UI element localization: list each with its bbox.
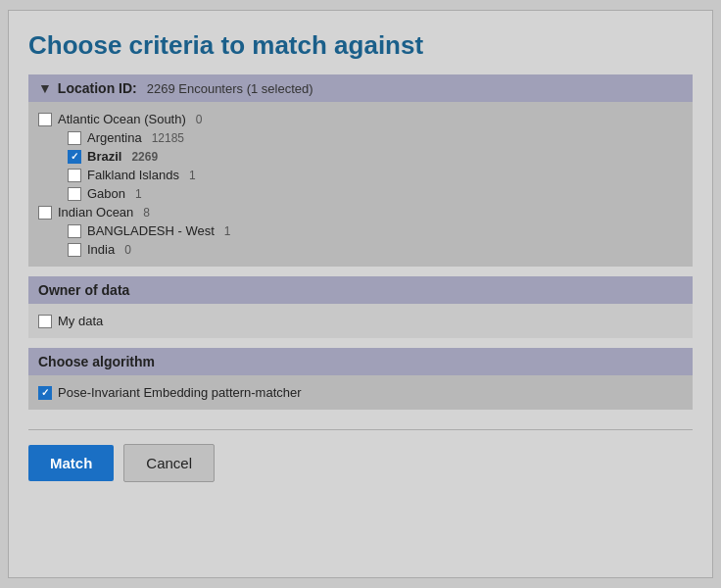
tree-item-gabon[interactable]: Gabon 1 (38, 184, 683, 203)
algorithm-area: Pose-Invariant Embedding pattern-matcher (28, 375, 693, 410)
tree-item-count: 8 (143, 206, 150, 220)
location-count: 2269 Encounters (1 selected) (147, 81, 313, 96)
tree-item-count: 2269 (131, 150, 158, 164)
checkbox-bangladesh-west[interactable] (68, 224, 81, 238)
location-section-header[interactable]: ▼ Location ID: 2269 Encounters (1 select… (28, 74, 693, 102)
tree-item-falkland-islands[interactable]: Falkland Islands 1 (38, 166, 683, 184)
tree-item-label: BANGLADESH - West (87, 223, 215, 238)
checkbox-my-data[interactable] (38, 315, 52, 328)
algorithm-section: Choose algorithm Pose-Invariant Embeddin… (28, 348, 693, 410)
tree-item-bangladesh-west[interactable]: BANGLADESH - West 1 (38, 221, 683, 240)
tree-item-count: 12185 (152, 131, 184, 145)
tree-item-label: Brazil (87, 149, 121, 164)
tree-item-count: 1 (135, 187, 142, 201)
tree-item-label: Argentina (87, 130, 142, 145)
tree-item-label: Indian Ocean (58, 205, 133, 220)
owner-item-label: My data (58, 314, 103, 328)
cancel-button[interactable]: Cancel (123, 444, 215, 482)
tree-item-count: 0 (124, 243, 131, 257)
dialog-title: Choose criteria to match against (28, 30, 693, 61)
dialog: Choose criteria to match against ▼ Locat… (8, 10, 713, 578)
owner-section: Owner of data My data (28, 276, 693, 338)
location-tree: Atlantic Ocean (South) 0 Argentina 12185… (28, 102, 693, 267)
owner-item-my-data[interactable]: My data (38, 312, 683, 330)
tree-item-label: India (87, 242, 115, 257)
owner-label: Owner of data (38, 282, 129, 298)
tree-item-label: Atlantic Ocean (South) (58, 112, 186, 126)
algorithm-section-header: Choose algorithm (28, 348, 693, 375)
tree-item-count: 0 (196, 113, 203, 126)
checkbox-brazil[interactable] (68, 150, 81, 164)
match-button[interactable]: Match (28, 445, 114, 481)
owner-area: My data (28, 304, 693, 338)
tree-item-brazil[interactable]: Brazil 2269 (38, 147, 683, 166)
algorithm-item-pose-invariant[interactable]: Pose-Invariant Embedding pattern-matcher (38, 383, 683, 402)
chevron-down-icon: ▼ (38, 80, 52, 96)
checkbox-indian-ocean[interactable] (38, 206, 52, 220)
algorithm-label: Choose algorithm (38, 354, 155, 369)
owner-section-header: Owner of data (28, 276, 693, 304)
tree-item-india[interactable]: India 0 (38, 240, 683, 259)
location-label: Location ID: (58, 80, 137, 96)
checkbox-pose-invariant[interactable] (38, 386, 52, 400)
tree-item-indian-ocean[interactable]: Indian Ocean 8 (38, 203, 683, 221)
checkbox-india[interactable] (68, 243, 81, 257)
tree-item-count: 1 (189, 169, 196, 182)
checkbox-argentina[interactable] (68, 131, 81, 145)
checkbox-gabon[interactable] (68, 187, 81, 201)
algorithm-item-label: Pose-Invariant Embedding pattern-matcher (58, 385, 302, 400)
button-row: Match Cancel (28, 429, 693, 482)
tree-item-argentina[interactable]: Argentina 12185 (38, 128, 683, 147)
tree-item-label: Gabon (87, 186, 125, 201)
tree-item-count: 1 (224, 224, 231, 238)
checkbox-atlantic-ocean-south[interactable] (38, 113, 52, 126)
tree-item-label: Falkland Islands (87, 168, 179, 182)
checkbox-falkland-islands[interactable] (68, 169, 81, 182)
tree-item-atlantic-ocean-south[interactable]: Atlantic Ocean (South) 0 (38, 110, 683, 128)
